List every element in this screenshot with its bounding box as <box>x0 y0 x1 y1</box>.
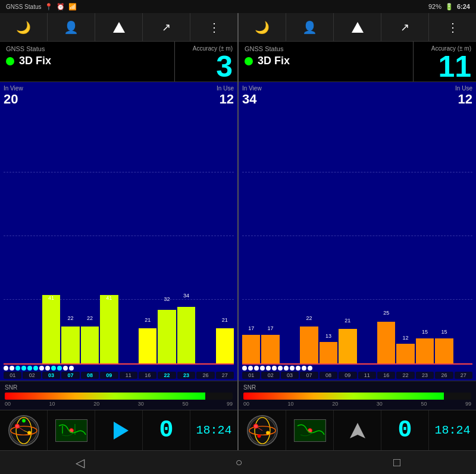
right-accuracy-box: Accuracy (± m) 11 <box>414 42 476 81</box>
satellite-globe-btn[interactable] <box>0 410 48 450</box>
bar-03: 41 <box>42 295 60 363</box>
bar-09: 41 <box>100 295 118 363</box>
bar-22: 32 <box>158 295 176 363</box>
digit-value: 0 <box>159 417 173 444</box>
right-time-value: 18:24 <box>434 423 470 437</box>
svg-point-11 <box>253 423 258 428</box>
left-id-row: 01 02 03 07 08 09 11 16 22 23 26 27 <box>4 372 234 381</box>
right-map-btn[interactable] <box>286 410 334 450</box>
left-nav-bar: 🌙 👤 ↗ ⋮ <box>0 13 237 42</box>
right-satellite-globe-btn[interactable] <box>239 410 286 450</box>
right-bars: 17 17 22 <box>242 295 472 363</box>
svg-point-4 <box>27 431 31 434</box>
right-gnss-status: 3D Fix <box>245 55 407 67</box>
time-btn[interactable]: 18:24 <box>190 410 237 450</box>
snr-numbers: 001020305099 <box>5 401 233 407</box>
right-bar-09: 21 <box>339 295 356 363</box>
time-display: 6:24 <box>457 3 470 10</box>
left-bars: 41 22 22 41 <box>4 295 234 363</box>
home-btn[interactable]: ○ <box>235 456 242 469</box>
right-sat-id-01: 01 <box>242 372 260 379</box>
right-nav-btn-moon[interactable]: 🌙 <box>239 13 286 41</box>
nav-btn-navigate[interactable] <box>95 13 143 41</box>
right-bars-wrapper: 17 17 22 <box>242 108 472 381</box>
sat-id-01: 01 <box>4 372 21 379</box>
nav-btn-share[interactable]: ↗ <box>143 13 190 41</box>
sat-id-11: 11 <box>120 372 137 379</box>
right-bar-16: 25 <box>377 295 395 363</box>
snr-label: SNR <box>5 384 233 391</box>
bottom-nav: ◁ ○ □ <box>0 450 476 474</box>
left-chart-header: In View In Use <box>4 85 234 92</box>
nav-btn-person[interactable]: 👤 <box>48 13 95 41</box>
bar-01 <box>4 295 21 363</box>
right-in-use-label: In Use <box>455 85 472 92</box>
right-chart-counts: 34 12 <box>242 92 472 107</box>
right-in-view-label: In View <box>242 85 262 92</box>
left-chart-counts: 20 12 <box>4 92 234 107</box>
gnss-status: 3D Fix <box>6 55 168 67</box>
sat-id-08: 08 <box>81 372 99 379</box>
right-sat-id-03: 03 <box>281 372 299 379</box>
right-in-view-count: 34 <box>242 92 256 107</box>
sat-id-02: 02 <box>23 372 40 379</box>
right-nav-bar: 🌙 👤 ↗ ⋮ <box>239 13 476 42</box>
right-sat-id-11: 11 <box>358 372 376 379</box>
battery-percent: 92% <box>428 3 441 10</box>
right-accuracy-value: 11 <box>438 52 471 81</box>
left-panel: 🌙 👤 ↗ ⋮ GNSS Status 3D Fix Accuracy (± m… <box>0 13 239 450</box>
right-bar-22: 12 <box>396 295 414 363</box>
nav-btn-more[interactable]: ⋮ <box>190 13 237 41</box>
sat-id-07: 07 <box>61 372 79 379</box>
sat-id-09: 09 <box>100 372 118 379</box>
svg-point-13 <box>257 434 261 438</box>
right-arrow-btn[interactable] <box>334 410 381 450</box>
right-nav-btn-share[interactable]: ↗ <box>381 13 429 41</box>
right-nav-btn-navigate[interactable] <box>334 13 381 41</box>
sat-id-27: 27 <box>216 372 234 379</box>
map-btn[interactable] <box>48 410 95 450</box>
bar-07: 22 <box>61 295 79 363</box>
sat-id-26: 26 <box>196 372 214 379</box>
in-view-count: 20 <box>4 92 18 107</box>
left-toolbar: 0 18:24 <box>0 410 237 450</box>
right-snr-numbers: 001020305099 <box>243 401 471 407</box>
left-snr: SNR 001020305099 <box>0 381 237 410</box>
accuracy-value: 3 <box>216 52 233 81</box>
right-digit-value: 0 <box>397 417 412 444</box>
right-nav-btn-person[interactable]: 👤 <box>286 13 334 41</box>
left-bars-wrapper: 41 22 22 41 <box>4 108 234 381</box>
right-time-btn[interactable]: 18:24 <box>429 410 476 450</box>
right-bar-03 <box>281 295 299 363</box>
right-sat-id-26: 26 <box>435 372 453 379</box>
bar-02 <box>23 295 40 363</box>
right-snr: SNR 001020305099 <box>239 381 476 410</box>
recent-btn[interactable]: □ <box>393 456 400 469</box>
right-bar-01: 17 <box>242 295 260 363</box>
right-sat-id-23: 23 <box>416 372 434 379</box>
battery-icon: 🔋 <box>445 3 453 11</box>
right-gnss-box: GNSS Status 3D Fix <box>239 42 414 81</box>
right-sat-id-16: 16 <box>377 372 395 379</box>
right-digit-display-btn[interactable]: 0 <box>381 410 429 450</box>
svg-point-12 <box>266 431 270 434</box>
arrow-btn[interactable] <box>95 410 143 450</box>
left-chart-area: In View In Use 20 12 <box>0 82 237 381</box>
right-bar-23: 15 <box>416 295 434 363</box>
svg-marker-15 <box>350 423 365 438</box>
time-value: 18:24 <box>196 423 231 437</box>
right-sat-id-27: 27 <box>455 372 472 379</box>
digit-display-btn[interactable]: 0 <box>143 410 190 450</box>
alarm-icon: ⏰ <box>57 3 65 11</box>
nav-btn-moon[interactable]: 🌙 <box>0 13 48 41</box>
right-nav-btn-more[interactable]: ⋮ <box>429 13 476 41</box>
bar-16: 21 <box>139 295 156 363</box>
speed-display: GNSS Status <box>6 4 41 10</box>
right-bar-11 <box>358 295 376 363</box>
right-bar-27 <box>455 295 472 363</box>
back-btn[interactable]: ◁ <box>76 456 84 470</box>
right-chart-area: In View In Use 34 12 17 <box>239 82 476 381</box>
left-accuracy-box: Accuracy (± m) 3 <box>175 42 237 81</box>
right-bar-08: 13 <box>320 295 337 363</box>
in-use-label: In Use <box>217 85 234 92</box>
